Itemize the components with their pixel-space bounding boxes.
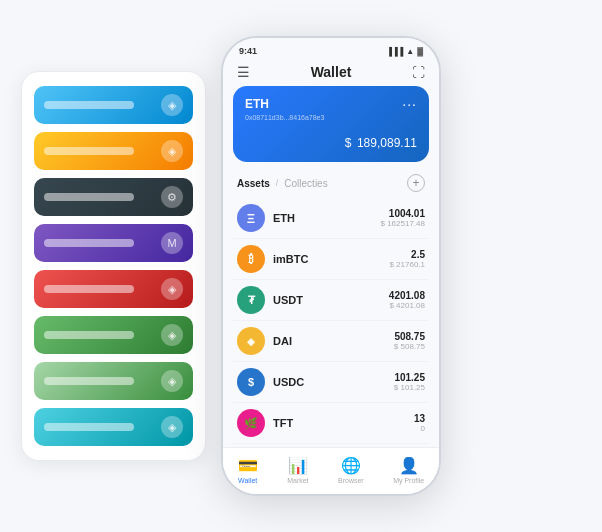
imbtc-amount: 2.5 <box>389 249 425 260</box>
imbtc-name: imBTC <box>273 253 389 265</box>
card-text-red <box>44 285 134 293</box>
nav-bar: ☰ Wallet ⛶ <box>223 60 439 86</box>
usdt-icon: ₮ <box>237 286 265 314</box>
card-icon-orange: ◈ <box>161 140 183 162</box>
tab-collecties[interactable]: Collecties <box>284 178 327 189</box>
token-row-imbtc[interactable]: ₿ imBTC 2.5 $ 21760.1 <box>233 239 429 280</box>
eth-name: ETH <box>273 212 381 224</box>
tft-usd: 0 <box>414 424 425 433</box>
balance-amount: 189,089.11 <box>357 136 417 150</box>
wifi-icon: ▲ <box>406 47 414 56</box>
eth-more-icon[interactable]: ··· <box>402 96 417 112</box>
imbtc-usd: $ 21760.1 <box>389 260 425 269</box>
usdt-amount: 4201.08 <box>389 290 425 301</box>
card-text-blue <box>44 101 134 109</box>
tft-amounts: 13 0 <box>414 413 425 433</box>
tft-icon: 🌿 <box>237 409 265 437</box>
wallet-card-red[interactable]: ◈ <box>34 270 193 308</box>
assets-tabs: Assets / Collecties <box>237 178 328 189</box>
tab-assets[interactable]: Assets <box>237 178 270 189</box>
usdc-amount: 101.25 <box>394 372 425 383</box>
page-title: Wallet <box>311 64 352 80</box>
card-text-purple <box>44 239 134 247</box>
wallet-card-orange[interactable]: ◈ <box>34 132 193 170</box>
eth-label: ETH <box>245 97 269 111</box>
browser-nav-label: Browser <box>338 477 364 484</box>
wallet-card-lightgreen[interactable]: ◈ <box>34 362 193 400</box>
scene: ◈ ◈ ⚙ M ◈ ◈ ◈ ◈ <box>11 11 591 521</box>
wallet-card-dark[interactable]: ⚙ <box>34 178 193 216</box>
balance-currency: $ <box>345 136 352 150</box>
assets-header: Assets / Collecties + <box>223 170 439 198</box>
dai-name: DAI <box>273 335 394 347</box>
dai-icon: ◈ <box>237 327 265 355</box>
usdc-usd: $ 101.25 <box>394 383 425 392</box>
card-icon-skyblue: ◈ <box>161 416 183 438</box>
card-text-dark <box>44 193 134 201</box>
add-token-button[interactable]: + <box>407 174 425 192</box>
wallet-card-purple[interactable]: M <box>34 224 193 262</box>
usdt-usd: $ 4201.08 <box>389 301 425 310</box>
left-wallet-panel: ◈ ◈ ⚙ M ◈ ◈ ◈ ◈ <box>21 71 206 461</box>
token-row-usdt[interactable]: ₮ USDT 4201.08 $ 4201.08 <box>233 280 429 321</box>
card-text-skyblue <box>44 423 134 431</box>
phone-mockup: 9:41 ▐▐▐ ▲ ▓ ☰ Wallet ⛶ ETH ··· 0x0871 <box>221 36 441 496</box>
token-row-eth[interactable]: Ξ ETH 1004.01 $ 162517.48 <box>233 198 429 239</box>
card-icon-blue: ◈ <box>161 94 183 116</box>
wallet-nav-icon: 💳 <box>238 456 258 475</box>
tab-separator: / <box>276 178 279 188</box>
eth-amounts: 1004.01 $ 162517.48 <box>381 208 426 228</box>
card-icon-green: ◈ <box>161 324 183 346</box>
nav-item-profile[interactable]: 👤 My Profile <box>393 456 424 484</box>
token-row-usdc[interactable]: $ USDC 101.25 $ 101.25 <box>233 362 429 403</box>
bottom-nav: 💳 Wallet 📊 Market 🌐 Browser 👤 My Profile <box>223 447 439 494</box>
card-text-orange <box>44 147 134 155</box>
eth-usd: $ 162517.48 <box>381 219 426 228</box>
card-icon-purple: M <box>161 232 183 254</box>
profile-nav-icon: 👤 <box>399 456 419 475</box>
nav-item-browser[interactable]: 🌐 Browser <box>338 456 364 484</box>
dai-usd: $ 508.75 <box>394 342 425 351</box>
status-icons: ▐▐▐ ▲ ▓ <box>386 47 423 56</box>
market-nav-label: Market <box>287 477 308 484</box>
tft-name: TFT <box>273 417 414 429</box>
imbtc-icon: ₿ <box>237 245 265 273</box>
card-text-lightgreen <box>44 377 134 385</box>
signal-icon: ▐▐▐ <box>386 47 403 56</box>
status-time: 9:41 <box>239 46 257 56</box>
browser-nav-icon: 🌐 <box>341 456 361 475</box>
eth-card[interactable]: ETH ··· 0x08711d3b...8416a78e3 $ 189,089… <box>233 86 429 162</box>
wallet-nav-label: Wallet <box>238 477 257 484</box>
token-row-tft[interactable]: 🌿 TFT 13 0 <box>233 403 429 444</box>
wallet-card-green[interactable]: ◈ <box>34 316 193 354</box>
market-nav-icon: 📊 <box>288 456 308 475</box>
token-row-dai[interactable]: ◈ DAI 508.75 $ 508.75 <box>233 321 429 362</box>
eth-address: 0x08711d3b...8416a78e3 <box>245 114 417 121</box>
menu-icon[interactable]: ☰ <box>237 64 250 80</box>
card-icon-lightgreen: ◈ <box>161 370 183 392</box>
dai-amounts: 508.75 $ 508.75 <box>394 331 425 351</box>
card-icon-red: ◈ <box>161 278 183 300</box>
status-bar: 9:41 ▐▐▐ ▲ ▓ <box>223 38 439 60</box>
usdt-name: USDT <box>273 294 389 306</box>
phone-screen: 9:41 ▐▐▐ ▲ ▓ ☰ Wallet ⛶ ETH ··· 0x0871 <box>223 38 439 494</box>
expand-icon[interactable]: ⛶ <box>412 65 425 80</box>
usdc-icon: $ <box>237 368 265 396</box>
token-list: Ξ ETH 1004.01 $ 162517.48 ₿ imBTC 2.5 $ … <box>223 198 439 447</box>
eth-icon: Ξ <box>237 204 265 232</box>
battery-icon: ▓ <box>417 47 423 56</box>
wallet-card-blue[interactable]: ◈ <box>34 86 193 124</box>
card-text-green <box>44 331 134 339</box>
usdc-name: USDC <box>273 376 394 388</box>
nav-item-wallet[interactable]: 💳 Wallet <box>238 456 258 484</box>
eth-card-header: ETH ··· <box>245 96 417 112</box>
wallet-card-skyblue[interactable]: ◈ <box>34 408 193 446</box>
imbtc-amounts: 2.5 $ 21760.1 <box>389 249 425 269</box>
eth-balance: $ 189,089.11 <box>245 129 417 152</box>
tft-amount: 13 <box>414 413 425 424</box>
usdt-amounts: 4201.08 $ 4201.08 <box>389 290 425 310</box>
card-icon-dark: ⚙ <box>161 186 183 208</box>
nav-item-market[interactable]: 📊 Market <box>287 456 308 484</box>
usdc-amounts: 101.25 $ 101.25 <box>394 372 425 392</box>
dai-amount: 508.75 <box>394 331 425 342</box>
